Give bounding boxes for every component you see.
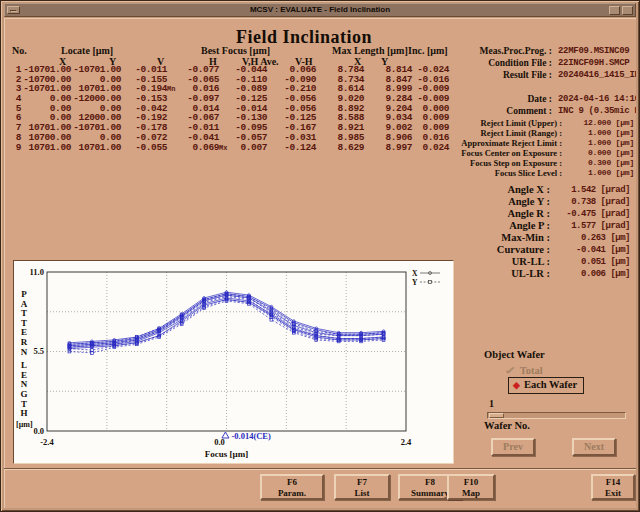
info-row: Focus Center on Exposure :0.000 [µm] bbox=[304, 148, 634, 158]
info-value: 0.263 [µm] bbox=[550, 232, 630, 244]
wafer-number-value: 1 bbox=[489, 398, 494, 409]
titlebar[interactable]: MCSV : EVALUATE - Field Inclination bbox=[4, 3, 636, 17]
bottom-divider bbox=[4, 468, 636, 470]
info-row: Focus Slice Level :1.000 [µm] bbox=[304, 168, 634, 178]
info-value: 1.000 [µm] bbox=[562, 168, 634, 178]
table-cell: 10701.00 bbox=[71, 143, 121, 153]
y-axis-label-letter: T bbox=[21, 308, 27, 318]
x-tick-label: -2.4 bbox=[40, 437, 54, 447]
info-value: 2024-04-16 14:16:06 bbox=[552, 93, 636, 105]
fkey-number: F10 bbox=[449, 477, 493, 488]
info-row: Angle P :1.577 [µrad] bbox=[304, 220, 630, 232]
info-value: 12.000 [µm] bbox=[562, 118, 634, 128]
legend-label-X: X bbox=[412, 269, 418, 278]
x-axis-title: Focus [µm] bbox=[205, 449, 248, 459]
fkey-number: F14 bbox=[593, 477, 633, 488]
y-axis-unit: [µm] bbox=[16, 420, 33, 429]
info-value: -0.475 [µrad] bbox=[550, 208, 630, 220]
col-header-no: No. bbox=[12, 45, 27, 56]
info-value: 22INCF09H.SMCP bbox=[552, 57, 636, 69]
info-row: Angle Y :0.738 [µrad] bbox=[304, 196, 630, 208]
x-tick-label: 2.4 bbox=[401, 437, 412, 447]
info-value: 0.006 [µm] bbox=[550, 268, 630, 280]
info-row: Focus Step on Exposure :0.300 [µm] bbox=[304, 158, 634, 168]
info-row: Meas.Proc.Prog. :22MF09.MSINC09 bbox=[304, 45, 636, 57]
info-row: Comment :INC 9 (0.35mic HV)[ R2 bbox=[304, 105, 636, 117]
y-axis-label-letter: E bbox=[21, 327, 27, 337]
info-value: 1.000 [µm] bbox=[562, 128, 634, 138]
focus-pattern-chart: 0.05.511.0PATTERNLENGTH[µm]-2.40.02.4-0.… bbox=[13, 260, 454, 464]
info-label: Comment : bbox=[304, 105, 552, 117]
slider-thumb[interactable] bbox=[489, 413, 504, 418]
radio-total[interactable]: ✓Total bbox=[506, 364, 543, 376]
fkey-label: Param. bbox=[262, 488, 322, 499]
date-comment-group: Date :2024-04-16 14:16:06Comment :INC 9 … bbox=[304, 93, 636, 117]
info-value: 0.300 [µm] bbox=[562, 158, 634, 168]
y-axis-label-letter: A bbox=[21, 299, 28, 309]
info-label: Reject Limit (Range) : bbox=[304, 128, 562, 138]
info-row: Approximate Reject Limit :1.000 [µm] bbox=[304, 138, 634, 148]
col-header-locate: Locate [µm] bbox=[61, 45, 113, 56]
info-label: Angle X : bbox=[304, 184, 550, 196]
info-label: Curvature : bbox=[304, 244, 550, 256]
series-line-X3 bbox=[69, 294, 383, 345]
info-row: Reject Limit (Range) :1.000 [µm] bbox=[304, 128, 634, 138]
info-row: Curvature :-0.041 [µm] bbox=[304, 244, 630, 256]
fkey-f7-button[interactable]: F7List bbox=[334, 474, 390, 500]
table-cell: 0.007 bbox=[219, 143, 267, 153]
info-label: Focus Step on Exposure : bbox=[304, 158, 562, 168]
radio-each-wafer[interactable]: ◆Each Wafer bbox=[508, 377, 584, 394]
fkey-label: Exit bbox=[593, 488, 633, 499]
info-value: 22MF09.MSINC09 bbox=[552, 45, 636, 57]
info-row: Angle R :-0.475 [µrad] bbox=[304, 208, 630, 220]
info-value: INC 9 (0.35mic HV)[ R2 bbox=[552, 105, 636, 117]
info-row: Max-Min :0.263 [µm] bbox=[304, 232, 630, 244]
legend-label-Y: Y bbox=[412, 278, 418, 287]
info-label: Focus Slice Level : bbox=[304, 168, 562, 178]
fkey-label: Map bbox=[449, 488, 493, 499]
y-axis-label-letter: T bbox=[21, 399, 27, 409]
y-axis-label-letter: T bbox=[21, 318, 27, 328]
app-window: MCSV : EVALUATE - Field Inclination Fiel… bbox=[0, 0, 640, 512]
prev-button[interactable]: Prev bbox=[491, 438, 535, 456]
info-value: 1.000 [µm] bbox=[562, 138, 634, 148]
info-label: Date : bbox=[304, 93, 552, 105]
info-row: Angle X :1.542 [µrad] bbox=[304, 184, 630, 196]
diamond-icon: ◆ bbox=[513, 380, 520, 390]
info-label: Angle Y : bbox=[304, 196, 550, 208]
info-label: Result File : bbox=[304, 69, 552, 81]
info-row: Condition File :22INCF09H.SMCP bbox=[304, 57, 636, 69]
y-axis-label-letter: L bbox=[21, 360, 27, 370]
y-axis-label-letter: R bbox=[21, 337, 28, 347]
fkey-f6-button[interactable]: F6Param. bbox=[260, 474, 324, 500]
wafer-number-slider[interactable] bbox=[487, 412, 626, 419]
info-label: Max-Min : bbox=[304, 232, 550, 244]
window-title: MCSV : EVALUATE - Field Inclination bbox=[5, 5, 635, 14]
info-label: Focus Center on Exposure : bbox=[304, 148, 562, 158]
table-cell: -0.055 bbox=[121, 143, 167, 153]
series-line-Y4 bbox=[69, 294, 383, 345]
info-label: Meas.Proc.Prog. : bbox=[304, 45, 552, 57]
file-info-group: Meas.Proc.Prog. :22MF09.MSINC09Condition… bbox=[304, 45, 636, 81]
x-tick-label: 0.0 bbox=[214, 437, 225, 447]
fkey-f10-button[interactable]: F10Map bbox=[447, 474, 495, 500]
table-cell: 0.069Mx bbox=[167, 143, 219, 153]
info-value: 0.051 [µm] bbox=[550, 256, 630, 268]
info-row: Result File :20240416_1415_INC09H bbox=[304, 69, 636, 81]
info-label: Angle P : bbox=[304, 220, 550, 232]
fkey-number: F7 bbox=[336, 477, 388, 488]
maximize-button[interactable] bbox=[622, 6, 633, 15]
fkey-number: F6 bbox=[262, 477, 322, 488]
y-axis-label-letter: H bbox=[20, 408, 27, 418]
table-cell: 10701.00 bbox=[21, 143, 71, 153]
next-button[interactable]: Next bbox=[572, 438, 616, 456]
table-cell: 9 bbox=[9, 143, 21, 153]
info-value: 1.542 [µrad] bbox=[550, 184, 630, 196]
info-row: Reject Limit (Upper) :12.000 [µm] bbox=[304, 118, 634, 128]
object-wafer-title: Object Wafer bbox=[484, 349, 545, 360]
y-axis-label-letter: E bbox=[21, 370, 27, 380]
minimize-button[interactable] bbox=[609, 6, 620, 15]
fkey-f14-button[interactable]: F14Exit bbox=[591, 474, 635, 500]
col-header-best-focus: Best Focus [µm] bbox=[201, 45, 270, 56]
y-tick-label: 0.0 bbox=[33, 426, 44, 436]
